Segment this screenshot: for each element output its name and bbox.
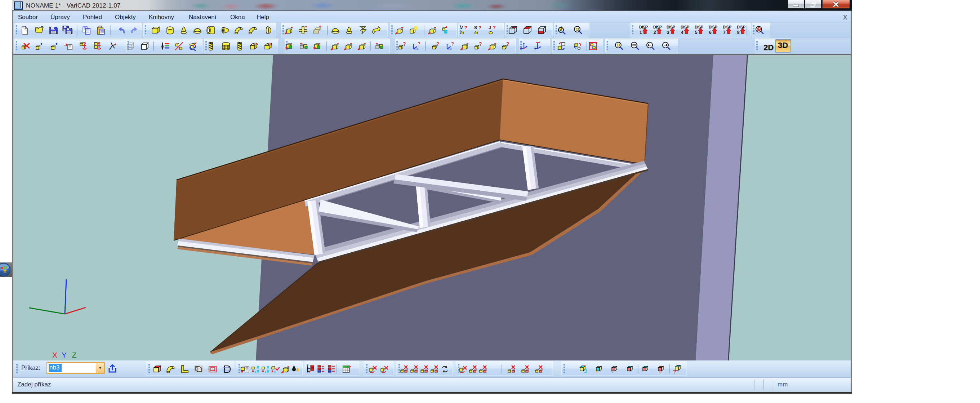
svg-text:6: 6 <box>709 30 711 35</box>
svg-text:2: 2 <box>654 30 656 35</box>
svg-text:DISP: DISP <box>723 25 732 29</box>
svg-text:DISP: DISP <box>681 25 689 29</box>
svg-text:DISP: DISP <box>737 25 745 29</box>
svg-text:DISP: DISP <box>695 25 703 29</box>
svg-text:3: 3 <box>667 30 670 35</box>
svg-text:X: X <box>52 351 57 359</box>
svg-text:7: 7 <box>723 30 725 35</box>
svg-text:2D: 2D <box>764 43 773 52</box>
svg-text:1: 1 <box>640 30 642 35</box>
svg-text:Y: Y <box>62 351 67 359</box>
svg-text:4: 4 <box>681 30 684 35</box>
svg-text:DISP: DISP <box>653 25 662 29</box>
svg-text:DISP: DISP <box>709 25 718 29</box>
svg-text:8: 8 <box>737 30 740 35</box>
svg-text:5: 5 <box>695 30 698 35</box>
svg-text:DISP: DISP <box>667 25 675 29</box>
svg-text:DISP: DISP <box>639 25 648 29</box>
svg-text:Z: Z <box>72 351 77 359</box>
